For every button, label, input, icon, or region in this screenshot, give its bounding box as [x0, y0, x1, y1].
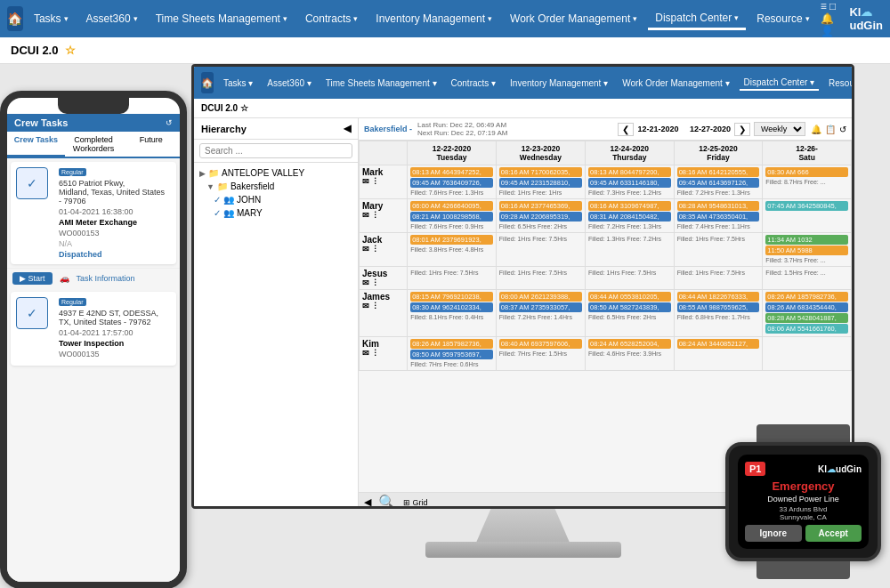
phone-tab-completed[interactable]: Completed Workorders — [65, 132, 123, 157]
mail-icon[interactable]: ✉ — [362, 211, 369, 220]
menu-icon[interactable]: ⋮ — [371, 302, 379, 310]
slot-block[interactable]: 09:45 AM 6331146180, — [588, 178, 671, 188]
mail-icon[interactable]: ✉ — [362, 245, 369, 254]
mail-icon[interactable]: ✉ — [362, 177, 369, 186]
slot-block[interactable]: 08:50 AM 5827243839, — [588, 302, 671, 312]
phone-tab-future[interactable]: Future — [122, 132, 180, 157]
slot-block[interactable]: 08:16 AM 3109674987, — [588, 201, 671, 211]
slot-block[interactable]: 08:13 AM 8044797200, — [588, 167, 671, 177]
slot-block[interactable]: 08:28 AM 9548631013, — [677, 201, 760, 211]
menu-icon[interactable]: ⋮ — [371, 278, 379, 287]
screen-nav-asset[interactable]: Asset360 ▾ — [263, 77, 315, 90]
slot-block[interactable]: 11:50 AM 5988 — [765, 246, 848, 255]
home-button[interactable]: 🏠 — [7, 6, 23, 31]
watch-ignore-button[interactable]: Ignore — [745, 525, 802, 542]
slot-info: Filled: 1.5Hrs Free: ... — [765, 269, 848, 277]
screen-nav-workorder[interactable]: Work Order Management ▾ — [618, 77, 733, 90]
slot-block[interactable]: 08:28 AM 5428041887, — [765, 313, 848, 323]
nav-inventory[interactable]: Inventory Management ▾ — [368, 9, 499, 28]
slot-block[interactable]: 08:16 AM 2377465369, — [499, 201, 582, 211]
watch-emergency-title: Emergency — [745, 479, 862, 493]
slot-block[interactable]: 08:00 AM 2621239388, — [499, 292, 582, 302]
slot-block[interactable]: 08:24 AM 6528252004, — [588, 339, 671, 349]
menu-icon[interactable]: ⋮ — [371, 349, 379, 358]
screen-nav-tasks[interactable]: Tasks ▾ — [219, 77, 257, 90]
slot-block[interactable]: 06:00 AM 4266640095, — [410, 201, 493, 211]
tree-antelope-valley[interactable]: ▶ 📁 ANTELOPE VALLEY — [199, 166, 352, 180]
tree-john[interactable]: ✓ 👥 JOHN — [199, 193, 352, 206]
slot-block[interactable]: 08:55 AM 9887659625, — [677, 302, 760, 312]
slot-block[interactable]: 08:01 AM 2379691923, — [410, 235, 493, 245]
nav-tasks[interactable]: Tasks ▾ — [27, 9, 76, 28]
slot-block[interactable]: 07:45 AM 3642580845, — [765, 201, 848, 211]
watch-accept-button[interactable]: Accept — [805, 525, 862, 542]
notification-icon[interactable]: 🔔 — [811, 125, 821, 134]
slot-block[interactable]: 08:26 AM 1857982736, — [765, 292, 848, 302]
nav-dispatch[interactable]: Dispatch Center ▾ — [648, 8, 746, 30]
screen-nav-contracts[interactable]: Contracts ▾ — [447, 77, 501, 90]
slot-block[interactable]: 08:30 AM 666 — [765, 167, 848, 177]
slot-block[interactable]: 08:16 AM 6142120555, — [677, 167, 760, 177]
jack-tuesday: 08:01 AM 2379691923, Filled: 3.8Hrs Free… — [408, 233, 497, 267]
tree-bakersfield[interactable]: ▼ 📁 Bakersfield — [199, 180, 352, 193]
mail-icon[interactable]: ✉ — [362, 278, 369, 287]
slot-block[interactable]: 08:13 AM 4643947252, — [410, 167, 493, 177]
watch-strap-bottom — [756, 561, 850, 579]
slot-block[interactable]: 08:21 AM 1008298568, — [410, 212, 493, 222]
slot-block[interactable]: 08:44 AM 1822676333, — [677, 292, 760, 302]
next-date-button[interactable]: ❯ — [734, 123, 750, 136]
sidebar-search-input[interactable] — [199, 143, 352, 158]
mail-icon[interactable]: ✉ — [362, 349, 369, 358]
slot-block[interactable]: 08:16 AM 7170062035, — [499, 167, 582, 177]
screen-nav-resource[interactable]: Resource ▾ — [824, 77, 854, 90]
search-icon[interactable]: 🔍 — [378, 494, 396, 509]
nav-resource[interactable]: Resource ▾ — [749, 9, 816, 28]
screen-nav-dispatch[interactable]: Dispatch Center ▾ — [740, 76, 819, 91]
slot-block[interactable]: 09:45 AM 2231528810, — [499, 178, 582, 188]
slot-block[interactable]: 08:26 AM 1857982736, — [410, 339, 493, 349]
jack-wednesday: Filled: 1Hrs Free: 7.5Hrs — [496, 233, 585, 267]
slot-block[interactable]: 08:15 AM 7969210238, — [410, 292, 493, 302]
sidebar-collapse-icon[interactable]: ◀ — [344, 123, 351, 134]
nav-timesheets[interactable]: Time Sheets Management ▾ — [149, 9, 295, 28]
menu-icon[interactable]: ⋮ — [371, 211, 379, 220]
slot-block[interactable]: 08:24 AM 3440852127, — [677, 339, 760, 349]
slot-block[interactable]: 08:30 AM 9624102334, — [410, 302, 493, 312]
slot-block[interactable]: 09:45 AM 6143697126, — [677, 178, 760, 188]
slot-block[interactable]: 08:37 AM 2735933057, — [499, 302, 582, 312]
phone-refresh-icon[interactable]: ↺ — [166, 118, 173, 127]
prev-date-button[interactable]: ❮ — [618, 123, 634, 136]
nav-workorder[interactable]: Work Order Management ▾ — [503, 9, 644, 28]
slot-info: Filled: 1Hrs Free: 7.5Hrs — [410, 269, 493, 277]
screen-home-btn[interactable]: 🏠 — [201, 72, 214, 93]
slot-block[interactable]: 08:35 AM 4736350401, — [677, 212, 760, 222]
grid-view-button[interactable]: ⊞ Grid — [403, 498, 428, 507]
slot-block[interactable]: 09:45 AM 7636409726, — [410, 178, 493, 188]
slot-block[interactable]: 09:28 AM 2206895319, — [499, 212, 582, 222]
slot-block[interactable]: 11:34 AM 1032 — [765, 235, 848, 245]
view-mode-select[interactable]: Weekly Daily — [754, 122, 805, 136]
nav-asset360[interactable]: Asset360 ▾ — [79, 9, 145, 28]
task-info-link[interactable]: Task Information — [77, 274, 135, 283]
menu-icon[interactable]: ⋮ — [371, 177, 379, 186]
tree-mary[interactable]: ✓ 👥 MARY — [199, 206, 352, 220]
phone-tab-crew[interactable]: Crew Tasks — [7, 132, 65, 157]
nav-contracts[interactable]: Contracts ▾ — [298, 9, 365, 28]
start-button[interactable]: ▶ Start — [12, 272, 53, 285]
slot-block[interactable]: 08:50 AM 9597953697, — [410, 350, 493, 359]
mobile-phone: Crew Tasks ↺ Crew Tasks Completed Workor… — [0, 91, 187, 588]
menu-icon[interactable]: ⋮ — [371, 245, 379, 254]
slot-block[interactable]: 08:44 AM 0553810205, — [588, 292, 671, 302]
refresh-icon[interactable]: ↺ — [839, 125, 846, 134]
mail-icon[interactable]: ✉ — [362, 302, 369, 310]
slot-block[interactable]: 08:31 AM 2084150482, — [588, 212, 671, 222]
expand-icon[interactable]: ◀ — [364, 496, 371, 508]
copy-icon[interactable]: 📋 — [825, 125, 836, 134]
slot-block[interactable]: 08:40 AM 6937597606, — [499, 339, 582, 349]
slot-block[interactable]: 08:06 AM 5541661760, — [765, 324, 848, 334]
screen-nav-inventory[interactable]: Inventory Management ▾ — [506, 77, 612, 90]
screen-nav-time[interactable]: Time Sheets Management ▾ — [321, 77, 441, 90]
slot-block[interactable]: 08:26 AM 6834354440, — [765, 302, 848, 312]
favorite-star[interactable]: ☆ — [65, 44, 76, 57]
task-1-name: AMI Meter Exchange — [59, 218, 171, 227]
